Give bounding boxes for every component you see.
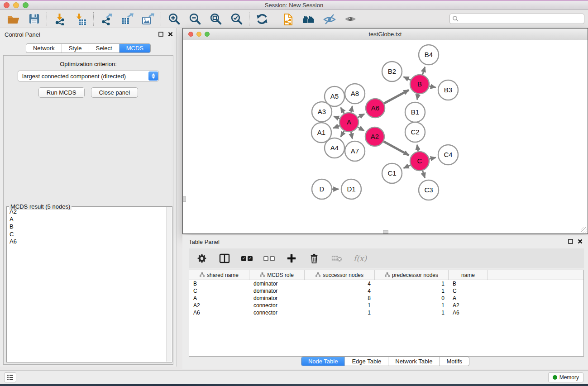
graph-edge[interactable] xyxy=(383,142,409,156)
zoom-fit-button[interactable] xyxy=(209,12,222,26)
hide-eye-button[interactable] xyxy=(323,12,336,26)
graph-edge[interactable] xyxy=(403,77,411,80)
checked-box-icon: ✓ xyxy=(241,256,246,261)
window-resize-handle[interactable] xyxy=(581,227,587,233)
table-row[interactable]: Bdominator41B xyxy=(189,280,583,287)
node-table[interactable]: shared nameMCDS rolesuccessor nodesprede… xyxy=(189,270,584,357)
network-from-file-button[interactable] xyxy=(281,12,295,26)
graph-edge[interactable] xyxy=(358,127,364,131)
criterion-select[interactable]: largest connected component (directed) xyxy=(18,71,159,81)
memory-button[interactable]: Memory xyxy=(548,372,583,382)
graph-node-label: B1 xyxy=(411,108,419,116)
save-session-button[interactable] xyxy=(27,12,41,26)
graph-edge[interactable] xyxy=(333,126,339,128)
graph-edge[interactable] xyxy=(430,86,436,87)
unchecked-box-icon xyxy=(270,256,275,261)
zoom-in-button[interactable] xyxy=(167,12,181,26)
create-column-button[interactable] xyxy=(286,253,297,264)
task-history-button[interactable] xyxy=(4,372,16,382)
graph-edge[interactable] xyxy=(351,106,352,112)
zoom-selected-button[interactable] xyxy=(229,12,243,26)
mcds-tab-content: Optimization criterion: largest connecte… xyxy=(3,55,173,365)
graph-edge[interactable] xyxy=(341,107,344,113)
home-view-button[interactable] xyxy=(302,12,316,26)
table-panel: Table Panel xyxy=(182,235,588,369)
graph-edge[interactable] xyxy=(404,165,411,168)
refresh-icon xyxy=(256,13,268,25)
search-input[interactable] xyxy=(459,14,584,23)
import-network-button[interactable] xyxy=(53,12,67,26)
tab-edge-table[interactable]: Edge Table xyxy=(344,357,388,366)
network-canvas[interactable]: B4B2BB3A8A5A6A3B1AA1C2A2A4A7C4CC1C3DD1 xyxy=(183,40,588,234)
result-item[interactable]: A xyxy=(7,216,166,224)
column-header-mcds-role[interactable]: MCDS role xyxy=(249,270,305,280)
select-all-columns-button[interactable]: ✓ ✓ xyxy=(241,256,253,261)
tab-style[interactable]: Style xyxy=(62,44,89,52)
mcds-result-list[interactable]: A2ABCA6 xyxy=(7,208,166,362)
tab-select[interactable]: Select xyxy=(89,44,119,52)
table-cell: 8 xyxy=(305,295,375,302)
table-settings-button[interactable] xyxy=(196,253,208,264)
close-table-panel-icon[interactable] xyxy=(578,239,583,244)
column-header-filler xyxy=(488,270,583,280)
status-bar: Memory xyxy=(0,370,588,384)
zoom-out-button[interactable] xyxy=(188,12,201,26)
table-row[interactable]: Adominator80A xyxy=(189,295,583,302)
column-header-successor-nodes[interactable]: successor nodes xyxy=(305,270,375,280)
graph-edge[interactable] xyxy=(351,132,352,139)
export-network-button[interactable] xyxy=(100,12,113,26)
export-table-button[interactable] xyxy=(120,12,134,26)
save-floppy-icon xyxy=(28,13,40,25)
graph-edge[interactable] xyxy=(423,171,425,178)
graph-edge[interactable] xyxy=(334,116,339,119)
delete-column-button[interactable] xyxy=(308,253,320,264)
float-panel-icon[interactable] xyxy=(158,32,163,37)
run-mcds-button[interactable]: Run MCDS xyxy=(38,87,85,98)
unselect-all-columns-button[interactable] xyxy=(263,256,275,261)
graph-edge[interactable] xyxy=(417,145,418,152)
result-item[interactable]: C xyxy=(7,231,166,238)
show-eye-button[interactable] xyxy=(344,12,357,26)
graph-edge[interactable] xyxy=(417,94,418,100)
graph-node-label: A2 xyxy=(371,133,379,140)
show-columns-button[interactable] xyxy=(219,253,230,264)
canvas-vertical-scroll-nub[interactable] xyxy=(183,196,186,202)
graph-edge[interactable] xyxy=(341,131,344,137)
plus-icon xyxy=(287,253,296,263)
result-list-scrollbar[interactable] xyxy=(166,207,172,362)
open-session-button[interactable] xyxy=(6,12,20,26)
result-item[interactable]: B xyxy=(7,223,166,231)
graph-node-label: C1 xyxy=(387,169,396,177)
tab-node-table[interactable]: Node Table xyxy=(301,357,345,366)
tab-network[interactable]: Network xyxy=(26,44,62,52)
close-panel-button[interactable]: Close panel xyxy=(91,87,139,98)
graph-edge[interactable] xyxy=(358,114,364,118)
result-item[interactable]: A6 xyxy=(7,238,166,246)
network-graph[interactable]: B4B2BB3A8A5A6A3B1AA1C2A2A4A7C4CC1C3DD1 xyxy=(183,40,588,234)
column-header-predecessor-nodes[interactable]: predecessor nodes xyxy=(375,270,449,280)
search-field[interactable] xyxy=(449,14,584,24)
graph-node-label: A8 xyxy=(351,90,359,97)
canvas-horizontal-scroll-nub[interactable] xyxy=(383,230,388,234)
tab-motifs[interactable]: Motifs xyxy=(439,357,469,366)
table-cell: 4 xyxy=(305,280,375,287)
table-row[interactable]: A2connector11A2 xyxy=(189,302,583,309)
delete-table-button[interactable] xyxy=(331,253,343,264)
tab-mcds[interactable]: MCDS xyxy=(119,44,150,52)
graph-edge[interactable] xyxy=(384,90,409,104)
result-item[interactable]: A2 xyxy=(7,208,166,216)
column-header-name[interactable]: name xyxy=(449,270,488,280)
table-row[interactable]: Cdominator41C xyxy=(189,287,583,295)
table-cell: A xyxy=(189,295,249,302)
function-builder-button[interactable]: f(x) xyxy=(354,254,367,263)
tab-network-table[interactable]: Network Table xyxy=(388,357,439,366)
column-header-shared-name[interactable]: shared name xyxy=(189,270,249,280)
graph-edge[interactable] xyxy=(422,67,425,75)
table-row[interactable]: A6connector11A6 xyxy=(189,309,583,316)
float-table-panel-icon[interactable] xyxy=(568,239,573,244)
close-panel-icon[interactable] xyxy=(168,32,173,37)
import-table-button[interactable] xyxy=(74,12,87,26)
graph-edge[interactable] xyxy=(429,157,435,159)
refresh-button[interactable] xyxy=(255,12,269,26)
export-image-button[interactable] xyxy=(141,12,155,26)
